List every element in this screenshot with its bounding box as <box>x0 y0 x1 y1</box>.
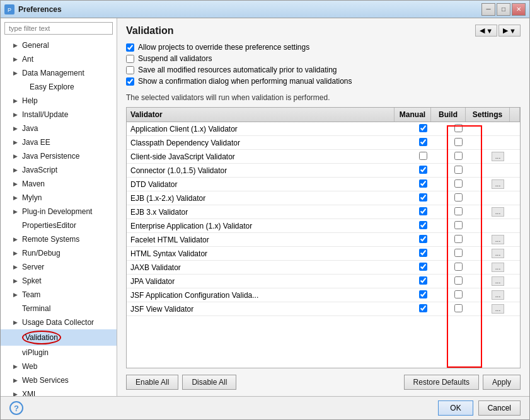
disable-all-button[interactable]: Disable All <box>182 375 236 390</box>
minimize-button[interactable]: ─ <box>481 3 495 16</box>
sidebar-item-run-debug[interactable]: ▶Run/Debug <box>1 246 117 260</box>
ok-button[interactable]: OK <box>438 400 473 416</box>
build-checkbox[interactable] <box>454 276 463 285</box>
restore-defaults-button[interactable]: Restore Defaults <box>404 375 479 390</box>
arrow-icon: ▶ <box>13 206 21 217</box>
build-checkbox[interactable] <box>454 193 463 201</box>
suspend-validators-checkbox[interactable] <box>126 55 134 63</box>
build-checkbox[interactable] <box>454 235 463 243</box>
sidebar-item-xml[interactable]: ▶XML <box>1 387 117 396</box>
save-modified-checkbox[interactable] <box>126 66 134 74</box>
build-checkbox[interactable] <box>454 179 463 188</box>
sidebar-item-mylyn[interactable]: ▶Mylyn <box>1 191 117 205</box>
sidebar-item-spket[interactable]: ▶Spket <box>1 274 117 288</box>
maximize-button[interactable]: □ <box>497 3 510 16</box>
arrow-icon: ▶ <box>13 389 21 396</box>
build-checkbox[interactable] <box>454 221 463 229</box>
checkbox-allow-override[interactable]: Allow projects to override these prefere… <box>126 43 521 52</box>
settings-cell: ... <box>476 247 520 259</box>
settings-button[interactable]: ... <box>492 249 504 258</box>
close-button[interactable]: ✕ <box>512 3 526 16</box>
sidebar-item-java-ee[interactable]: ▶Java EE <box>1 135 117 149</box>
sidebar-item-general[interactable]: ▶General <box>1 38 117 52</box>
sidebar-item-viplugin[interactable]: viPlugin <box>1 346 117 360</box>
manual-checkbox[interactable] <box>419 221 427 229</box>
sidebar-item-validation[interactable]: Validation <box>1 329 117 346</box>
sidebar-item-java-persistence[interactable]: ▶Java Persistence <box>1 149 117 163</box>
sidebar-item-server[interactable]: ▶Server <box>1 260 117 274</box>
search-input[interactable] <box>4 22 113 35</box>
settings-button[interactable]: ... <box>492 235 504 244</box>
apply-button[interactable]: Apply <box>483 375 521 390</box>
sidebar-item-easy-explore[interactable]: Easy Explore <box>1 80 117 94</box>
sidebar-item-help[interactable]: ▶Help <box>1 94 117 108</box>
build-cell <box>441 303 476 315</box>
enable-all-button[interactable]: Enable All <box>126 375 178 390</box>
manual-checkbox[interactable] <box>419 235 427 243</box>
sidebar-item-maven[interactable]: ▶Maven <box>1 177 117 191</box>
table-row: EJB (1.x-2.x) Validator <box>127 191 520 205</box>
manual-checkbox[interactable] <box>419 304 427 312</box>
settings-button[interactable]: ... <box>492 290 504 300</box>
table-row: JSF Application Configuration Valida... … <box>127 288 520 302</box>
manual-checkbox[interactable] <box>419 124 427 132</box>
manual-checkbox[interactable] <box>419 207 427 215</box>
sidebar-item-usage-data-collector[interactable]: ▶Usage Data Collector <box>1 315 117 329</box>
sidebar-item-team[interactable]: ▶Team <box>1 288 117 302</box>
build-checkbox[interactable] <box>454 124 463 132</box>
manual-checkbox[interactable] <box>419 179 427 188</box>
cancel-button[interactable]: Cancel <box>478 400 521 416</box>
manual-checkbox[interactable] <box>419 290 427 298</box>
build-checkbox[interactable] <box>454 263 463 271</box>
allow-override-checkbox[interactable] <box>126 43 134 52</box>
sidebar-item-web[interactable]: ▶Web <box>1 360 117 373</box>
arrow-icon: ▶ <box>13 289 21 300</box>
help-button[interactable]: ? <box>9 401 23 415</box>
manual-checkbox[interactable] <box>419 249 427 257</box>
checkbox-show-confirmation[interactable]: Show a confirmation dialog when performi… <box>126 77 521 86</box>
sidebar-item-javascript[interactable]: ▶JavaScript <box>1 163 117 177</box>
validator-name: Client-side JavaScript Validator <box>127 151 405 162</box>
settings-button[interactable]: ... <box>492 304 504 314</box>
sidebar-item-remote-systems[interactable]: ▶Remote Systems <box>1 232 117 246</box>
build-checkbox[interactable] <box>454 138 463 146</box>
main-content: ▶General ▶Ant ▶Data Management Easy Expl… <box>1 18 529 396</box>
checkbox-save-modified[interactable]: Save all modified resources automaticall… <box>126 65 521 74</box>
manual-checkbox[interactable] <box>419 138 427 146</box>
checkbox-suspend-validators[interactable]: Suspend all validators <box>126 54 521 63</box>
sidebar-item-install-update[interactable]: ▶Install/Update <box>1 108 117 122</box>
manual-checkbox[interactable] <box>419 276 427 285</box>
build-checkbox[interactable] <box>454 290 463 298</box>
sidebar-item-data-management[interactable]: ▶Data Management <box>1 66 117 80</box>
sidebar-item-properties-editor[interactable]: PropertiesEditor <box>1 219 117 232</box>
manual-checkbox[interactable] <box>419 166 427 174</box>
build-cell <box>441 289 476 302</box>
settings-button[interactable]: ... <box>492 276 504 286</box>
build-checkbox[interactable] <box>454 152 463 160</box>
col-header-build: Build <box>431 108 466 122</box>
arrow-icon: ▶ <box>13 247 21 259</box>
show-confirmation-checkbox[interactable] <box>126 77 134 86</box>
build-checkbox[interactable] <box>454 207 463 215</box>
build-checkbox[interactable] <box>454 166 463 174</box>
sidebar-item-web-services[interactable]: ▶Web Services <box>1 373 117 387</box>
settings-button[interactable]: ... <box>492 207 504 217</box>
build-checkbox[interactable] <box>454 249 463 257</box>
sidebar-item-java[interactable]: ▶Java <box>1 122 117 135</box>
table-row: Connector (1.0,1.5) Validator <box>127 164 520 178</box>
sidebar-item-plugin-dev[interactable]: ▶Plug-in Development <box>1 205 117 219</box>
table-row: Enterprise Application (1.x) Validator <box>127 219 520 233</box>
sidebar-item-terminal[interactable]: Terminal <box>1 302 117 315</box>
build-checkbox[interactable] <box>454 304 463 312</box>
manual-checkbox[interactable] <box>419 263 427 271</box>
nav-back-button[interactable]: ◀ ▼ <box>475 25 497 37</box>
settings-button[interactable]: ... <box>492 179 504 189</box>
arrow-icon: ▶ <box>13 375 21 386</box>
nav-forward-button[interactable]: ▶ ▼ <box>498 25 521 37</box>
manual-checkbox[interactable] <box>419 152 427 160</box>
arrow-icon: ▶ <box>13 317 21 328</box>
sidebar-item-ant[interactable]: ▶Ant <box>1 52 117 66</box>
settings-button[interactable]: ... <box>492 263 504 272</box>
manual-checkbox[interactable] <box>419 193 427 201</box>
settings-button[interactable]: ... <box>492 152 504 161</box>
